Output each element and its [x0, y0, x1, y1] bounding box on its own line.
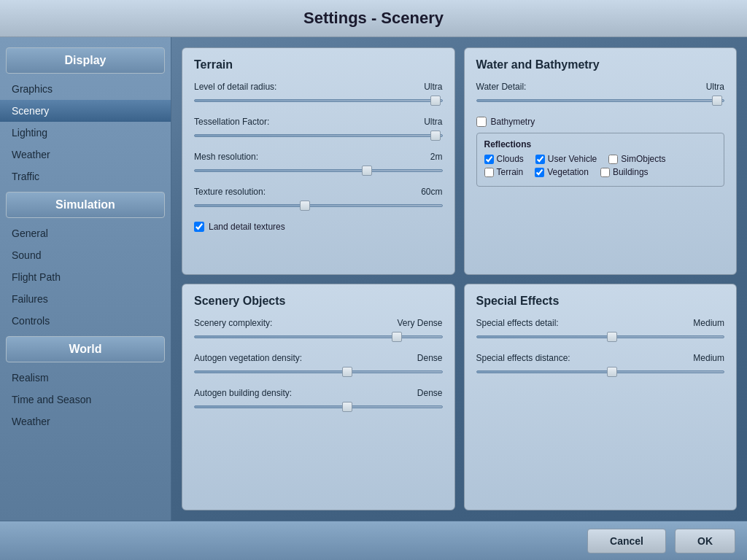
reflections-row-2: Terrain Vegetation Buildings	[484, 167, 717, 177]
refl-vegetation-label: Vegetation	[547, 167, 589, 177]
refl-vegetation-checkbox[interactable]	[535, 168, 544, 177]
mesh-slider[interactable]	[194, 165, 443, 176]
sidebar-item-time-and-season[interactable]: Time and Season	[0, 389, 171, 411]
bathymetry-checkbox[interactable]	[476, 117, 487, 127]
lod-value: Ultra	[424, 82, 442, 92]
lod-label: Level of detail radius:	[194, 82, 276, 92]
refl-clouds: Clouds	[484, 154, 524, 164]
refl-clouds-checkbox[interactable]	[484, 155, 494, 164]
complexity-setting: Scenery complexity: Very Dense	[194, 318, 443, 343]
building-slider[interactable]	[194, 401, 443, 413]
lod-setting: Level of detail radius: Ultra	[194, 82, 443, 106]
refl-buildings-checkbox[interactable]	[600, 168, 610, 177]
tess-setting: Tessellation Factor: Ultra	[194, 117, 443, 141]
tess-label: Tessellation Factor:	[194, 117, 269, 127]
texture-label: Texture resolution:	[194, 187, 266, 197]
land-detail-row: Land detail textures	[194, 222, 443, 232]
veg-value: Dense	[417, 353, 443, 363]
se-detail-label: Special effects detail:	[476, 318, 559, 328]
building-label: Autogen building density:	[194, 388, 292, 398]
refl-user-vehicle: User Vehicle	[535, 154, 597, 164]
bathymetry-label: Bathymetry	[491, 117, 535, 127]
terrain-panel: Terrain Level of detail radius: Ultra Te…	[182, 47, 455, 275]
scenery-objects-panel: Scenery Objects Scenery complexity: Very…	[182, 284, 455, 511]
veg-label: Autogen vegetation density:	[194, 353, 302, 363]
page-title: Settings - Scenery	[0, 0, 747, 37]
sidebar-item-scenery[interactable]: Scenery	[0, 100, 171, 122]
footer: Cancel OK	[0, 521, 747, 560]
main-layout: Display Graphics Scenery Lighting Weathe…	[0, 37, 747, 521]
sidebar-item-controls[interactable]: Controls	[0, 310, 171, 332]
water-detail-slider[interactable]	[476, 95, 725, 106]
refl-user-vehicle-label: User Vehicle	[548, 154, 597, 164]
se-distance-setting: Special effects distance: Medium	[476, 353, 725, 378]
sidebar-item-flight-path[interactable]: Flight Path	[0, 266, 171, 288]
special-effects-panel: Special Effects Special effects detail: …	[464, 284, 738, 511]
land-detail-label: Land detail textures	[209, 222, 285, 232]
sidebar-item-failures[interactable]: Failures	[0, 288, 171, 310]
refl-clouds-label: Clouds	[497, 154, 524, 164]
veg-slider[interactable]	[194, 366, 443, 378]
refl-terrain-checkbox[interactable]	[484, 168, 494, 177]
texture-setting: Texture resolution: 60cm	[194, 187, 443, 211]
tess-slider[interactable]	[194, 130, 443, 141]
cancel-button[interactable]: Cancel	[587, 529, 666, 553]
complexity-label: Scenery complexity:	[194, 318, 272, 328]
refl-user-vehicle-checkbox[interactable]	[535, 155, 545, 164]
se-detail-slider[interactable]	[476, 331, 725, 343]
reflections-box: Reflections Clouds User Vehicle SimObjec…	[476, 133, 725, 187]
refl-simobjects-label: SimObjects	[621, 154, 665, 164]
se-detail-setting: Special effects detail: Medium	[476, 318, 725, 343]
complexity-value: Very Dense	[397, 318, 442, 328]
sidebar-item-weather-world[interactable]: Weather	[0, 411, 171, 432]
world-group-header: World	[6, 336, 165, 362]
water-detail-label: Water Detail:	[476, 82, 527, 92]
building-value: Dense	[417, 388, 443, 398]
se-distance-value: Medium	[693, 353, 724, 363]
mesh-value: 2m	[430, 152, 443, 162]
se-distance-label: Special effects distance:	[476, 353, 570, 363]
bathymetry-row: Bathymetry	[476, 117, 725, 127]
texture-slider[interactable]	[194, 200, 443, 211]
water-panel: Water and Bathymetry Water Detail: Ultra…	[464, 47, 738, 275]
sidebar-item-weather[interactable]: Weather	[0, 144, 171, 166]
mesh-setting: Mesh resolution: 2m	[194, 152, 443, 176]
tess-value: Ultra	[424, 117, 442, 127]
complexity-slider[interactable]	[194, 331, 443, 343]
content-area: Terrain Level of detail radius: Ultra Te…	[171, 37, 747, 521]
refl-vegetation: Vegetation	[535, 167, 589, 177]
sidebar-item-graphics[interactable]: Graphics	[0, 78, 171, 100]
terrain-title: Terrain	[194, 58, 443, 71]
water-title: Water and Bathymetry	[476, 58, 725, 71]
sidebar-item-lighting[interactable]: Lighting	[0, 122, 171, 144]
sidebar-item-general[interactable]: General	[0, 222, 171, 244]
scenery-objects-title: Scenery Objects	[194, 295, 443, 308]
refl-simobjects-checkbox[interactable]	[608, 155, 618, 164]
texture-value: 60cm	[421, 187, 442, 197]
se-detail-value: Medium	[693, 318, 724, 328]
refl-simobjects: SimObjects	[608, 154, 665, 164]
reflections-row-1: Clouds User Vehicle SimObjects	[484, 154, 717, 164]
veg-density-setting: Autogen vegetation density: Dense	[194, 353, 443, 378]
special-effects-title: Special Effects	[476, 295, 725, 308]
display-group-header: Display	[6, 47, 165, 74]
building-density-setting: Autogen building density: Dense	[194, 388, 443, 413]
refl-terrain-label: Terrain	[497, 167, 524, 177]
sidebar: Display Graphics Scenery Lighting Weathe…	[0, 37, 171, 521]
sidebar-item-realism[interactable]: Realism	[0, 367, 171, 389]
simulation-group-header: Simulation	[6, 192, 165, 218]
refl-buildings-label: Buildings	[613, 167, 649, 177]
water-detail-value: Ultra	[706, 82, 724, 92]
reflections-title: Reflections	[484, 139, 717, 149]
refl-terrain: Terrain	[484, 167, 524, 177]
land-detail-checkbox[interactable]	[194, 222, 204, 232]
refl-buildings: Buildings	[600, 167, 649, 177]
sidebar-item-traffic[interactable]: Traffic	[0, 166, 171, 187]
lod-slider[interactable]	[194, 95, 443, 106]
mesh-label: Mesh resolution:	[194, 152, 258, 162]
sidebar-item-sound[interactable]: Sound	[0, 244, 171, 266]
se-distance-slider[interactable]	[476, 366, 725, 378]
ok-button[interactable]: OK	[675, 529, 735, 553]
water-detail-setting: Water Detail: Ultra	[476, 82, 725, 106]
